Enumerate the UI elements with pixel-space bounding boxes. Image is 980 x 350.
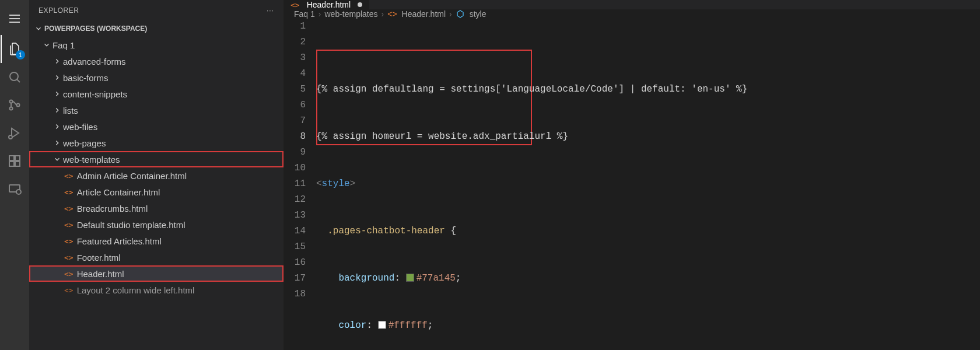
line-number-gutter: 1 2 3 4 5 6 7 8 9 10 11 12 13 14 15 16 1… [284, 19, 316, 350]
chevron-right-icon: › [318, 9, 321, 19]
folder-label: content-snippets [63, 89, 127, 99]
workspace-header[interactable]: POWERPAGES (WORKSPACE) [29, 20, 284, 37]
chevron-down-icon [52, 155, 62, 164]
file-label: Layout 2 column wide left.html [77, 285, 195, 295]
tree-file[interactable]: <> Default studio template.html [29, 216, 284, 233]
chevron-right-icon [52, 89, 62, 99]
chevron-down-icon [34, 24, 43, 33]
code-line: {% assign defaultlang = settings['Langua… [316, 82, 980, 97]
file-label: Header.html [77, 269, 124, 279]
editor-tab-header[interactable]: <> Header.html [284, 0, 370, 9]
line-number: 1 [284, 19, 306, 34]
line-number: 4 [284, 66, 306, 82]
folder-label: Faq 1 [52, 40, 75, 50]
file-label: Breadcrumbs.html [77, 204, 148, 214]
line-number: 13 [284, 208, 306, 223]
svg-point-5 [10, 100, 13, 103]
tree-folder[interactable]: web-pages [29, 135, 284, 151]
source-control-icon[interactable] [1, 91, 29, 119]
modified-indicator-icon [358, 2, 362, 7]
code-line: {% assign homeurl = website.adx_partialu… [316, 129, 980, 145]
tree-folder-web-templates[interactable]: web-templates [29, 151, 284, 167]
svg-rect-11 [9, 162, 14, 166]
line-number: 10 [284, 160, 306, 176]
html-file-icon: <> [64, 220, 74, 229]
folder-label: web-templates [63, 155, 120, 164]
line-number: 3 [284, 50, 306, 66]
activity-bar: 1 [0, 0, 29, 350]
sidebar-title: EXPLORER [38, 6, 79, 15]
line-number: 15 [284, 239, 306, 255]
line-number: 16 [284, 255, 306, 271]
code-editor[interactable]: 1 2 3 4 5 6 7 8 9 10 11 12 13 14 15 16 1… [284, 19, 980, 350]
svg-rect-13 [15, 156, 20, 160]
color-swatch-icon [378, 321, 386, 329]
chevron-down-icon [42, 40, 51, 50]
breadcrumb-segment[interactable]: web-templates [324, 9, 377, 19]
svg-point-15 [16, 190, 21, 194]
explorer-icon[interactable]: 1 [1, 35, 29, 63]
breadcrumb-segment[interactable]: Header.html [402, 9, 446, 19]
chevron-right-icon [52, 57, 62, 66]
chevron-right-icon [52, 122, 62, 131]
file-label: Featured Articles.html [77, 236, 162, 246]
tree-folder[interactable]: basic-forms [29, 69, 284, 86]
tree-file-header[interactable]: <> Header.html [29, 265, 284, 282]
folder-label: advanced-forms [63, 57, 126, 66]
tree-file[interactable]: <> Breadcrumbs.html [29, 200, 284, 216]
tree-folder[interactable]: content-snippets [29, 86, 284, 102]
remote-icon[interactable] [1, 175, 29, 203]
tree-file[interactable]: <> Footer.html [29, 249, 284, 265]
chevron-right-icon [52, 106, 62, 115]
explorer-badge: 1 [16, 50, 25, 60]
tree-folder[interactable]: advanced-forms [29, 53, 284, 69]
code-line: <style> [316, 176, 980, 192]
tree-file[interactable]: <> Admin Article Container.html [29, 167, 284, 184]
breadcrumb-segment[interactable]: Faq 1 [294, 9, 315, 19]
folder-label: web-files [63, 122, 97, 132]
line-number: 8 [284, 129, 306, 145]
sidebar-more-icon[interactable]: ··· [267, 6, 274, 15]
html-file-icon: <> [64, 204, 74, 213]
html-file-icon: <> [387, 9, 397, 19]
search-icon[interactable] [1, 63, 29, 91]
tree-file[interactable]: <> Layout 2 column wide left.html [29, 282, 284, 298]
symbol-icon [456, 9, 465, 19]
line-number: 14 [284, 223, 306, 239]
breadcrumb[interactable]: Faq 1 › web-templates › <> Header.html ›… [284, 9, 980, 19]
explorer-sidebar: EXPLORER ··· POWERPAGES (WORKSPACE) Faq … [29, 0, 284, 350]
svg-rect-10 [9, 156, 14, 160]
file-label: Admin Article Container.html [77, 171, 187, 181]
line-number: 2 [284, 34, 306, 50]
menu-icon[interactable] [1, 5, 29, 33]
file-tree: Faq 1 advanced-forms basic-forms content… [29, 37, 284, 350]
tree-folder-root[interactable]: Faq 1 [29, 37, 284, 53]
folder-label: basic-forms [63, 73, 108, 83]
line-number: 5 [284, 82, 306, 97]
run-debug-icon[interactable] [1, 119, 29, 147]
workspace-name: POWERPAGES (WORKSPACE) [44, 24, 147, 33]
folder-label: lists [63, 106, 78, 116]
html-file-icon: <> [290, 1, 300, 9]
svg-point-6 [10, 107, 13, 110]
line-number: 17 [284, 271, 306, 286]
html-file-icon: <> [64, 172, 74, 180]
file-label: Article Container.html [77, 187, 160, 197]
tree-file[interactable]: <> Article Container.html [29, 184, 284, 200]
code-content[interactable]: {% assign defaultlang = settings['Langua… [316, 19, 980, 350]
extensions-icon[interactable] [1, 147, 29, 175]
svg-point-7 [17, 104, 20, 107]
editor-tabs: <> Header.html [284, 0, 980, 9]
chevron-right-icon [52, 73, 62, 82]
html-file-icon: <> [64, 286, 74, 295]
tree-folder[interactable]: web-files [29, 118, 284, 135]
chevron-right-icon: › [449, 9, 452, 19]
tree-file[interactable]: <> Featured Articles.html [29, 233, 284, 249]
code-line: .pages-chatbot-header { [316, 223, 980, 239]
sidebar-title-row: EXPLORER ··· [29, 0, 284, 20]
breadcrumb-segment[interactable]: style [470, 9, 487, 19]
file-label: Footer.html [77, 253, 121, 262]
tree-folder[interactable]: lists [29, 102, 284, 118]
line-number: 7 [284, 113, 306, 129]
svg-point-3 [10, 72, 18, 80]
